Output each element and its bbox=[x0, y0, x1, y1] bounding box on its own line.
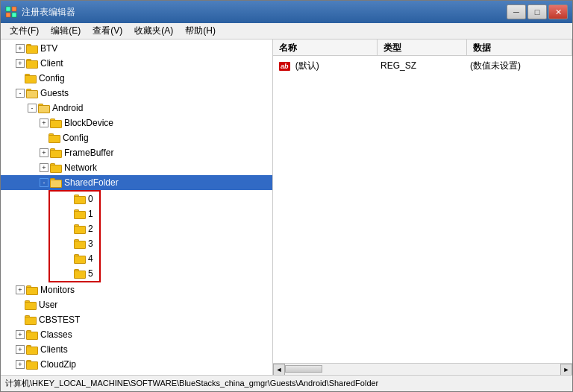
right-pane: 名称 类型 数据 ab (默认) REG_SZ (数值未设置) ◄ bbox=[273, 39, 572, 375]
main-window: 注册表编辑器 ─ □ ✕ 文件(F) 编辑(E) 查看(V) 收藏夹(A) 帮助… bbox=[0, 0, 573, 392]
right-row-default[interactable]: ab (默认) REG_SZ (数值未设置) bbox=[273, 57, 572, 74]
tree-label-android: Android bbox=[52, 103, 83, 113]
tree-item-cloudzip[interactable]: + CloudZip bbox=[1, 357, 272, 372]
right-cell-data: (数值未设置) bbox=[467, 60, 569, 72]
tree-item-classes[interactable]: + Classes bbox=[1, 327, 272, 342]
folder-icon-sf3 bbox=[74, 239, 86, 249]
status-bar: 计算机\HKEY_LOCAL_MACHINE\SOFTWARE\BlueStac… bbox=[1, 375, 572, 391]
right-cell-type: REG_SZ bbox=[378, 60, 467, 71]
right-col-data: 数据 bbox=[467, 39, 572, 55]
menu-favorites[interactable]: 收藏夹(A) bbox=[128, 23, 179, 39]
folder-icon-sf5 bbox=[74, 269, 86, 279]
expand-icon-android[interactable]: - bbox=[28, 104, 37, 113]
expand-icon-guests[interactable]: - bbox=[16, 89, 25, 98]
ab-icon: ab bbox=[279, 62, 290, 71]
tree-label-client: Client bbox=[40, 58, 63, 69]
tree-item-clients[interactable]: + Clients bbox=[1, 342, 272, 357]
expand-icon-monitors[interactable]: + bbox=[16, 285, 25, 294]
menu-help[interactable]: 帮助(H) bbox=[179, 23, 222, 39]
tree-label-clients: Clients bbox=[40, 344, 68, 355]
expand-icon-blockdevice[interactable]: + bbox=[40, 118, 48, 127]
minimize-button[interactable]: ─ bbox=[507, 4, 526, 19]
right-hscroll: ◄ ► bbox=[273, 363, 572, 375]
tree-item-sf1[interactable]: 1 bbox=[50, 206, 99, 221]
expand-icon-network[interactable]: + bbox=[40, 163, 48, 172]
tree-label-config: Config bbox=[39, 73, 65, 83]
tree-item-monitors[interactable]: + Monitors bbox=[1, 282, 272, 297]
folder-icon-btv bbox=[26, 44, 38, 54]
main-content: + BTV + Client Config bbox=[1, 39, 572, 375]
tree-pane: + BTV + Client Config bbox=[1, 39, 273, 375]
svg-rect-0 bbox=[6, 7, 10, 11]
tree-item-client[interactable]: + Client bbox=[1, 56, 272, 71]
folder-icon-cloudzip bbox=[26, 360, 38, 370]
folder-icon-user bbox=[25, 300, 37, 310]
tree-item-framebuffer[interactable]: + FrameBuffer bbox=[1, 145, 272, 160]
close-button[interactable]: ✕ bbox=[548, 4, 568, 19]
hscroll-left-btn[interactable]: ◄ bbox=[273, 364, 285, 375]
folder-icon-config2 bbox=[48, 133, 60, 143]
tree-item-config2[interactable]: Config bbox=[1, 130, 272, 145]
menu-file[interactable]: 文件(F) bbox=[4, 23, 45, 39]
tree-item-sf3[interactable]: 3 bbox=[50, 236, 99, 251]
tree-item-android[interactable]: - Android bbox=[1, 101, 272, 116]
expand-icon-classes[interactable]: + bbox=[16, 330, 25, 339]
tree-scroll[interactable]: + BTV + Client Config bbox=[1, 39, 272, 375]
tree-label-sf5: 5 bbox=[88, 268, 93, 279]
expand-icon-cloudzip[interactable]: + bbox=[16, 360, 25, 369]
tree-item-sf5[interactable]: 5 bbox=[50, 266, 99, 281]
folder-icon-android bbox=[38, 104, 50, 113]
app-icon bbox=[5, 6, 17, 18]
status-text: 计算机\HKEY_LOCAL_MACHINE\SOFTWARE\BlueStac… bbox=[5, 378, 378, 389]
hscroll-track[interactable] bbox=[285, 364, 560, 375]
right-content: ab (默认) REG_SZ (数值未设置) bbox=[273, 56, 572, 363]
tree-label-cloudzip: CloudZip bbox=[40, 359, 76, 370]
svg-rect-1 bbox=[12, 7, 16, 11]
right-header: 名称 类型 数据 bbox=[273, 39, 572, 56]
tree-item-network[interactable]: + Network bbox=[1, 160, 272, 175]
folder-icon-config bbox=[25, 74, 37, 83]
expand-icon-btv[interactable]: + bbox=[16, 44, 25, 53]
tree-item-btv[interactable]: + BTV bbox=[1, 41, 272, 56]
maximize-button[interactable]: □ bbox=[527, 4, 547, 19]
menu-edit[interactable]: 编辑(E) bbox=[45, 23, 87, 39]
tree-label-user: User bbox=[39, 300, 57, 310]
right-name-value: (默认) bbox=[295, 60, 319, 71]
tree-item-sharedfolder[interactable]: - SharedFolder bbox=[1, 175, 272, 190]
tree-item-sf2[interactable]: 2 bbox=[50, 221, 99, 236]
hscroll-right-btn[interactable]: ► bbox=[560, 364, 572, 375]
folder-icon-cbstest bbox=[25, 315, 37, 325]
expand-icon-client[interactable]: + bbox=[16, 59, 25, 68]
tree-label-sharedfolder: SharedFolder bbox=[64, 177, 119, 188]
tree-item-cbstest[interactable]: CBSTEST bbox=[1, 312, 272, 327]
title-bar-left: 注册表编辑器 bbox=[5, 6, 75, 19]
folder-icon-sharedfolder bbox=[50, 178, 62, 188]
tree-label-sf3: 3 bbox=[88, 238, 93, 249]
tree-item-config[interactable]: Config bbox=[1, 71, 272, 86]
folder-icon-sf0 bbox=[74, 195, 86, 204]
expand-icon-sharedfolder[interactable]: - bbox=[40, 178, 48, 187]
tree-item-blockdevice[interactable]: + BlockDevice bbox=[1, 116, 272, 130]
right-cell-name: ab (默认) bbox=[276, 60, 378, 72]
tree-label-sf0: 0 bbox=[88, 194, 93, 204]
window-title: 注册表编辑器 bbox=[22, 6, 75, 19]
menu-view[interactable]: 查看(V) bbox=[87, 23, 128, 39]
red-box-group: 0 1 2 bbox=[48, 190, 101, 282]
expand-icon-framebuffer[interactable]: + bbox=[40, 148, 48, 157]
folder-icon-sf2 bbox=[74, 224, 86, 234]
tree-item-sf4[interactable]: 4 bbox=[50, 251, 99, 266]
expand-icon-clients[interactable]: + bbox=[16, 345, 25, 354]
tree-label-cbstest: CBSTEST bbox=[39, 314, 80, 325]
folder-icon-monitors bbox=[26, 285, 38, 295]
tree-item-guests[interactable]: - Guests bbox=[1, 86, 272, 101]
tree-label-sf1: 1 bbox=[88, 209, 93, 219]
tree-item-sf0[interactable]: 0 bbox=[50, 192, 99, 206]
folder-icon-network bbox=[50, 163, 62, 173]
title-bar-controls: ─ □ ✕ bbox=[507, 4, 568, 19]
tree-item-user[interactable]: User bbox=[1, 297, 272, 312]
folder-icon-blockdevice bbox=[50, 118, 62, 128]
tree-label-config2: Config bbox=[63, 133, 89, 143]
hscroll-thumb[interactable] bbox=[285, 365, 322, 373]
tree-label-sf2: 2 bbox=[88, 224, 93, 234]
folder-icon-sf4 bbox=[74, 254, 86, 264]
